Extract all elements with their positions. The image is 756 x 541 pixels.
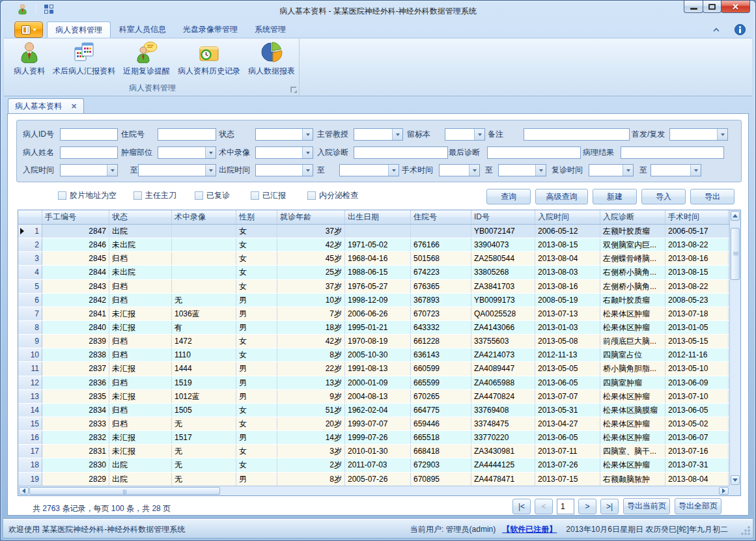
close-button[interactable]: ✕ xyxy=(721,1,750,13)
ribbon-tab-科室人员信息[interactable]: 科室人员信息 xyxy=(111,21,175,38)
column-header-ID号[interactable]: ID号 xyxy=(471,210,535,224)
dropdown-arrow-icon[interactable] xyxy=(469,165,479,176)
dropdown-arrow-icon[interactable] xyxy=(205,147,216,158)
patient-quick-icon[interactable] xyxy=(17,3,28,15)
prev-page-button[interactable]: < xyxy=(535,499,553,514)
row-indicator-header[interactable] xyxy=(18,210,42,224)
combo-留标本[interactable] xyxy=(445,128,485,141)
horizontal-scrollbar[interactable] xyxy=(18,486,729,495)
combo-至[interactable] xyxy=(651,164,701,176)
input-备注[interactable] xyxy=(524,128,630,141)
combo-复诊时间[interactable] xyxy=(589,164,634,176)
horizontal-scroll-thumb[interactable] xyxy=(29,487,220,495)
button-高级查询[interactable]: 高级查询 xyxy=(535,189,588,204)
application-menu-button[interactable] xyxy=(14,21,43,38)
table-row[interactable]: 92839归档1472女42岁1970-08-19661228337556032… xyxy=(18,335,729,348)
column-header-入院时间[interactable]: 入院时间 xyxy=(535,210,600,224)
input-最后诊断[interactable] xyxy=(487,146,581,159)
combo-至[interactable] xyxy=(498,164,546,176)
button-导出[interactable]: 导出 xyxy=(690,189,735,204)
input-病理结果[interactable] xyxy=(621,146,724,159)
ribbon-button-病人数据报表[interactable]: 病人数据报表 xyxy=(244,40,299,84)
page-number-input[interactable]: 1 xyxy=(557,499,574,514)
dropdown-arrow-icon[interactable] xyxy=(388,165,399,176)
dropdown-arrow-icon[interactable] xyxy=(302,165,313,176)
dropdown-arrow-icon[interactable] xyxy=(302,147,313,158)
combo-术中录像[interactable] xyxy=(255,146,313,159)
collapse-ribbon-icon[interactable] xyxy=(712,27,720,33)
dropdown-arrow-icon[interactable] xyxy=(474,129,484,140)
dropdown-arrow-icon[interactable] xyxy=(107,165,117,176)
table-row[interactable]: 22846未出院女42岁1971-05-02676166339040732013… xyxy=(18,238,729,252)
table-row[interactable]: 102838归档1110女8岁2005-10-30636143ZA4214073… xyxy=(18,348,729,362)
button-新建[interactable]: 新建 xyxy=(593,189,637,204)
table-row[interactable]: 192829出院无男8岁2005-07-26670895ZA4478471201… xyxy=(18,473,729,486)
table-row[interactable]: 62842归档无男10岁1998-12-09367893YB0099173200… xyxy=(18,294,729,307)
combo-入院时间[interactable] xyxy=(60,164,118,176)
input-病人ID号[interactable] xyxy=(60,128,118,141)
document-tab[interactable]: 病人基本资料 ✕ xyxy=(8,98,84,113)
checkbox-胶片地址为空[interactable]: 胶片地址为空 xyxy=(58,190,117,201)
input-住院号[interactable] xyxy=(158,128,216,141)
dropdown-arrow-icon[interactable] xyxy=(302,129,313,140)
ribbon-tab-光盘录像带管理[interactable]: 光盘录像带管理 xyxy=(175,21,246,38)
ribbon-button-近期复诊提醒[interactable]: 近期复诊提醒 xyxy=(119,40,174,84)
ribbon-tab-病人资料管理[interactable]: 病人资料管理 xyxy=(47,21,111,38)
column-header-住院号[interactable]: 住院号 xyxy=(411,210,471,224)
table-row[interactable]: 52843归档女37岁1976-05-27676365ZA38417032013… xyxy=(18,280,729,294)
checkbox-内分泌检查[interactable]: 内分泌检查 xyxy=(307,190,358,201)
scroll-up-icon[interactable] xyxy=(731,211,740,221)
table-row[interactable]: 162832未汇报1517男14岁1999-07-266655183377022… xyxy=(18,431,729,445)
table-row[interactable]: 32845归档女45岁1968-04-16501568ZA25805442013… xyxy=(18,252,729,266)
scroll-left-icon[interactable] xyxy=(19,487,29,495)
scroll-down-icon[interactable] xyxy=(731,475,740,485)
first-page-button[interactable]: |< xyxy=(512,499,531,514)
column-header-状态[interactable]: 状态 xyxy=(109,210,172,224)
ribbon-tab-系统管理[interactable]: 系统管理 xyxy=(246,21,294,38)
scroll-right-icon[interactable] xyxy=(719,487,729,495)
column-header-术中录像[interactable]: 术中录像 xyxy=(172,210,236,224)
next-page-button[interactable]: > xyxy=(578,499,596,514)
table-row[interactable]: 72841未汇报1036蓝男7岁2006-06-26670723QA002552… xyxy=(18,307,729,321)
table-row[interactable]: 172831未汇报无女3岁2010-01-30668418ZA343098120… xyxy=(18,445,729,458)
combo-主管教授[interactable] xyxy=(354,128,403,141)
column-header-性别[interactable]: 性别 xyxy=(236,210,277,224)
column-header-手工编号[interactable]: 手工编号 xyxy=(42,210,109,224)
close-tab-icon[interactable]: ✕ xyxy=(71,102,77,111)
resize-grip[interactable] xyxy=(741,526,750,535)
export-all-pages-button[interactable]: 导出全部页 xyxy=(675,498,721,514)
checkbox-已复诊[interactable]: 已复诊 xyxy=(195,190,230,201)
registration-status-link[interactable]: 【软件已注册】 xyxy=(502,524,557,535)
column-header-出生日期[interactable]: 出生日期 xyxy=(345,210,411,224)
table-row[interactable]: 122836归档1519男13岁2000-01-09665599ZA406598… xyxy=(18,376,729,390)
dropdown-arrow-icon[interactable] xyxy=(535,165,546,176)
combo-至[interactable] xyxy=(138,164,216,176)
checkbox-主任主刀[interactable]: 主任主刀 xyxy=(133,190,176,201)
ribbon-button-术后病人汇报资料[interactable]: 术后病人汇报资料 xyxy=(49,40,119,84)
combo-手术时间[interactable] xyxy=(439,164,480,176)
table-row[interactable]: 112837未汇报1444男22岁1991-08-13660599ZA40894… xyxy=(18,362,729,376)
button-导入[interactable]: 导入 xyxy=(641,189,686,204)
maximize-button[interactable] xyxy=(703,1,721,13)
dropdown-arrow-icon[interactable] xyxy=(690,165,701,176)
dialog-launcher-icon[interactable] xyxy=(290,87,296,92)
ribbon-button-病人资料[interactable]: 病人资料 xyxy=(10,40,49,84)
dropdown-arrow-icon[interactable] xyxy=(623,165,633,176)
table-row[interactable]: 142834归档1505女51岁1962-02-0466477533769408… xyxy=(18,404,729,417)
table-row[interactable]: 152833归档无女20岁1993-07-0765944633748475201… xyxy=(18,417,729,431)
combo-状态[interactable] xyxy=(255,128,313,141)
checkbox-已汇报[interactable]: 已汇报 xyxy=(251,190,286,201)
vertical-scrollbar[interactable] xyxy=(729,210,740,486)
combo-肿瘤部位[interactable] xyxy=(158,146,216,159)
dropdown-arrow-icon[interactable] xyxy=(392,129,402,140)
minimize-button[interactable] xyxy=(684,1,703,13)
export-current-page-button[interactable]: 导出当前页 xyxy=(623,498,670,514)
combo-首发/复发[interactable] xyxy=(669,128,728,141)
input-病人姓名[interactable] xyxy=(60,146,118,159)
ribbon-button-病人资料历史记录[interactable]: 病人资料历史记录 xyxy=(174,40,244,84)
title-bar[interactable]: 病人基本资料 - 某某医院神经外科-神经外科数据管理系统 ✕ xyxy=(1,1,755,20)
table-row[interactable]: 132835未汇报1012蓝男9岁2004-08-13670265ZA44708… xyxy=(18,390,729,404)
layout-quick-icon[interactable] xyxy=(44,4,54,14)
dropdown-arrow-icon[interactable] xyxy=(717,129,727,140)
table-row[interactable]: 82840未汇报有男18岁1995-01-21643332ZA414306620… xyxy=(18,321,729,335)
